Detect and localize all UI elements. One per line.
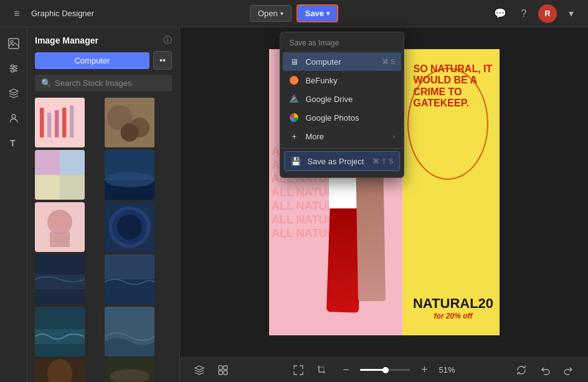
save-project-label: Save as Project: [307, 157, 364, 166]
dropdown-item-gdrive[interactable]: Google Drive: [280, 90, 404, 108]
sidebar-item-images[interactable]: [2, 32, 25, 55]
svg-rect-18: [62, 108, 66, 137]
info-icon[interactable]: ⓘ: [163, 35, 172, 46]
sidebar-header: Image Manager ⓘ: [27, 27, 179, 51]
list-item[interactable]: [35, 359, 85, 382]
list-item[interactable]: [35, 307, 85, 356]
list-item[interactable]: [35, 98, 85, 147]
sidebar: Image Manager ⓘ Computer •• 🔍: [27, 27, 180, 382]
list-item[interactable]: [105, 254, 154, 304]
search-input[interactable]: [55, 78, 166, 88]
zoom-out-button[interactable]: −: [336, 361, 355, 380]
redo-icon[interactable]: [559, 361, 578, 380]
svg-point-10: [14, 67, 16, 70]
save-button[interactable]: Save ▾: [296, 4, 338, 22]
app-title: Graphic Designer: [31, 9, 94, 18]
bottom-toolbar-right: [512, 361, 578, 380]
svg-rect-16: [47, 113, 51, 137]
sidebar-item-layers[interactable]: [2, 82, 25, 105]
open-button[interactable]: Open ▾: [250, 5, 292, 22]
sidebar-item-text[interactable]: T: [2, 132, 25, 154]
list-item[interactable]: [105, 98, 154, 147]
save-label: Save: [305, 9, 324, 18]
bottom-toolbar-left: [190, 361, 232, 380]
svg-point-12: [12, 114, 16, 118]
svg-text:T: T: [10, 138, 16, 148]
svg-rect-4: [9, 39, 19, 49]
list-item[interactable]: [105, 150, 154, 200]
more-chevron-icon: ›: [393, 133, 395, 140]
svg-rect-26: [60, 150, 85, 175]
list-item[interactable]: [35, 202, 85, 252]
chat-icon[interactable]: 💬: [491, 4, 510, 23]
more-options-button[interactable]: ••: [153, 51, 172, 70]
svg-point-11: [11, 70, 14, 72]
dropdown-item-computer-left: 🖥 Computer: [289, 57, 341, 67]
computer-source-button[interactable]: Computer: [35, 52, 149, 69]
sidebar-item-people[interactable]: [2, 107, 25, 129]
save-menu-wrapper: Save ▾ Save as Image 🖥 Computer ⌘ S: [296, 4, 338, 22]
headline-text: SO NATURAL, IT WOULD BE A CRIME TO GATEK…: [407, 58, 500, 114]
dropdown-item-more[interactable]: + More ›: [280, 127, 404, 146]
sidebar-item-filters[interactable]: [2, 57, 25, 80]
svg-rect-45: [35, 329, 85, 344]
grid-view-icon[interactable]: [214, 361, 232, 380]
zoom-out-icon: −: [343, 363, 349, 376]
svg-rect-19: [70, 105, 74, 137]
svg-rect-55: [219, 371, 222, 375]
hamburger-menu[interactable]: ≡: [7, 4, 26, 23]
zoom-in-button[interactable]: +: [415, 361, 434, 380]
dropdown-item-more-left: + More: [289, 131, 324, 141]
topbar-center: Open ▾ Save ▾ Save as Image 🖥 Computer ⌘…: [250, 4, 338, 22]
list-item[interactable]: [35, 254, 85, 304]
zoom-slider[interactable]: [360, 369, 410, 371]
promo-code: NATURAL20: [412, 296, 495, 312]
plus-icon: +: [289, 131, 299, 141]
gphotos-label: Google Photos: [305, 113, 359, 123]
search-bar-container[interactable]: 🔍: [35, 75, 172, 91]
list-item[interactable]: [35, 150, 85, 200]
gdrive-icon: [289, 94, 299, 104]
monitor-icon: 🖥: [289, 57, 299, 67]
befunky-icon: [289, 75, 299, 85]
svg-rect-54: [224, 366, 227, 370]
slider-thumb: [382, 367, 389, 373]
svg-point-39: [117, 215, 142, 240]
help-icon[interactable]: ?: [514, 4, 533, 23]
avatar[interactable]: R: [538, 4, 557, 23]
svg-point-5: [11, 40, 13, 43]
svg-rect-27: [35, 175, 60, 200]
open-chevron: ▾: [280, 10, 283, 17]
list-item[interactable]: [105, 359, 154, 382]
refresh-icon[interactable]: [512, 361, 531, 380]
svg-rect-56: [224, 371, 227, 375]
befunky-label: BeFunky: [305, 76, 337, 85]
dropdown-item-computer[interactable]: 🖥 Computer ⌘ S: [283, 52, 401, 71]
dropdown-item-save-project[interactable]: 💾 Save as Project ⌘ ⇧ S: [284, 151, 400, 171]
promo-sub: for 20% off: [412, 312, 495, 320]
svg-point-31: [105, 172, 154, 187]
dropdown-item-gphotos-left: Google Photos: [289, 113, 359, 123]
svg-point-35: [50, 228, 70, 236]
svg-rect-15: [40, 108, 44, 137]
list-item[interactable]: [105, 307, 154, 356]
open-label: Open: [258, 9, 278, 18]
list-item[interactable]: [105, 202, 154, 252]
dropdown-item-gdrive-left: Google Drive: [289, 94, 353, 104]
expand-icon[interactable]: [289, 361, 308, 380]
slider-fill: [360, 369, 386, 371]
svg-rect-17: [55, 110, 59, 137]
computer-label: Computer: [305, 57, 341, 67]
crop-icon[interactable]: [313, 361, 331, 380]
save-project-icon: 💾: [291, 156, 301, 166]
chevron-down-icon[interactable]: ▾: [562, 4, 581, 23]
zoom-level: 51%: [439, 365, 455, 375]
dropdown-item-project-left: 💾 Save as Project: [291, 156, 364, 166]
dropdown-item-befunky[interactable]: BeFunky: [280, 71, 404, 90]
dropdown-item-gphotos[interactable]: Google Photos: [280, 108, 404, 127]
dropdown-divider: [280, 148, 404, 149]
layers-icon[interactable]: [190, 361, 209, 380]
image-grid: [27, 98, 179, 382]
svg-point-23: [121, 124, 139, 142]
undo-icon[interactable]: [536, 361, 554, 380]
